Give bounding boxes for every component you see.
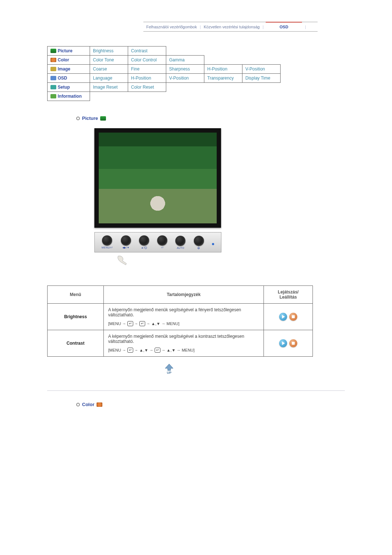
power-button-label: ⏻ [197, 247, 200, 249]
enter-button[interactable] [157, 235, 167, 246]
section-color-label: Color [82, 402, 94, 407]
menu-vposition[interactable]: V-Position [242, 65, 281, 74]
monitor-preview [94, 128, 350, 228]
menu-sharpness[interactable]: Sharpness [166, 65, 204, 74]
menu-image[interactable]: Image [48, 65, 90, 74]
ld-button-label: ◀▶/▼ [122, 246, 130, 249]
menu-color-reset[interactable]: Color Reset [128, 83, 166, 92]
menu-osd[interactable]: OSD [48, 74, 90, 83]
section-heading-color: Color [76, 402, 350, 407]
contrast-controls [264, 330, 313, 357]
left-down-button[interactable] [121, 235, 131, 246]
menu-picture[interactable]: Picture [48, 46, 90, 56]
picture-icon [50, 49, 56, 53]
section-picture-label: Picture [82, 116, 98, 121]
hand-cursor-icon [116, 255, 350, 267]
menu-information[interactable]: Information [48, 92, 90, 101]
up-bright-button[interactable] [139, 235, 149, 246]
osd-menu-table: Picture Brightness Contrast Color Color … [47, 46, 281, 101]
power-button[interactable] [194, 236, 204, 246]
table-row: Image Coarse Fine Sharpness H-Position V… [48, 65, 281, 74]
table-header-row: Menü Tartalomjegyzék Lejátszás/ Leállítá… [48, 286, 313, 304]
menu-setup[interactable]: Setup [48, 83, 90, 92]
section-divider [47, 390, 345, 391]
monitor-button-strip: MENU/⏎ ◀▶/▼ ▲/⨀ ⏎ AUTO ⏻ [94, 232, 221, 252]
led-indicator-icon [212, 243, 214, 245]
tab-osd-label: OSD [279, 25, 288, 29]
picture-icon [100, 116, 106, 121]
menu-color-tone[interactable]: Color Tone [90, 56, 128, 65]
content-table: Menü Tartalomjegyzék Lejátszás/ Leállítá… [47, 285, 313, 357]
menu-color-control[interactable]: Color Control [128, 56, 166, 65]
auto-button[interactable] [175, 236, 185, 246]
contrast-desc: A képernyőn megjelenő menük segítségével… [104, 330, 264, 357]
brightness-controls [264, 304, 313, 330]
menu-osd-vposition[interactable]: V-Position [166, 74, 204, 83]
osd-icon [50, 76, 56, 80]
menu-fine[interactable]: Fine [128, 65, 166, 74]
row-brightness: Brightness [48, 304, 104, 330]
menu-display-time[interactable]: Display Time [242, 74, 281, 83]
sample-image [99, 133, 217, 223]
table-row: Setup Image Reset Color Reset [48, 83, 281, 92]
stop-icon[interactable] [289, 339, 297, 347]
table-row: Information [48, 92, 281, 101]
col-ctrl: Lejátszás/ Leállítás [264, 286, 313, 304]
tab-separator: | [262, 25, 264, 29]
color-icon [50, 58, 56, 62]
back-to-top-button[interactable]: UP [162, 363, 350, 376]
menu-brightness[interactable]: Brightness [90, 46, 128, 56]
menu-button-label: MENU/⏎ [102, 246, 113, 249]
menu-contrast[interactable]: Contrast [128, 46, 166, 56]
row-contrast: Contrast [48, 330, 104, 357]
table-row: OSD Language H-Position V-Position Trans… [48, 74, 281, 83]
tab-direct-control[interactable]: Közvetlen vezérlési tulajdonság [201, 25, 262, 29]
play-icon[interactable] [279, 313, 287, 321]
top-tab-bar: Felhasználói vezérlőgombok | Közvetlen v… [143, 22, 318, 32]
tab-osd-active[interactable]: OSD [266, 24, 302, 30]
ub-button-label: ▲/⨀ [141, 246, 147, 249]
brightness-desc: A képernyőn megjelenő menük segítségével… [104, 304, 264, 330]
auto-button-label: AUTO [177, 247, 184, 249]
table-row: Brightness A képernyőn megjelenő menük s… [48, 304, 313, 330]
image-icon [50, 67, 56, 71]
stop-icon[interactable] [289, 313, 297, 321]
table-row: Picture Brightness Contrast [48, 46, 281, 56]
col-desc: Tartalomjegyzék [104, 286, 264, 304]
tab-separator: | [305, 25, 306, 29]
tab-user-controls[interactable]: Felhasználói vezérlőgombok [143, 25, 200, 29]
color-icon [97, 402, 102, 407]
menu-osd-hposition[interactable]: H-Position [128, 74, 166, 83]
menu-hposition[interactable]: H-Position [204, 65, 242, 74]
enter-button-label: ⏎ [161, 246, 163, 249]
menu-language[interactable]: Language [90, 74, 128, 83]
info-icon [50, 94, 56, 98]
menu-color[interactable]: Color [48, 56, 90, 65]
table-row: Contrast A képernyőn megjelenő menük seg… [48, 330, 313, 357]
bullet-icon [76, 403, 80, 406]
menu-button[interactable] [102, 235, 112, 246]
menu-transparency[interactable]: Transparency [204, 74, 242, 83]
play-icon[interactable] [279, 339, 287, 347]
setup-icon [50, 85, 56, 89]
section-heading-picture: Picture [76, 116, 350, 121]
col-menu: Menü [48, 286, 104, 304]
bullet-icon [76, 117, 80, 120]
menu-coarse[interactable]: Coarse [90, 65, 128, 74]
table-row: Color Color Tone Color Control Gamma [48, 56, 281, 65]
menu-gamma[interactable]: Gamma [166, 56, 204, 65]
menu-image-reset[interactable]: Image Reset [90, 83, 128, 92]
svg-text:UP: UP [167, 371, 172, 374]
